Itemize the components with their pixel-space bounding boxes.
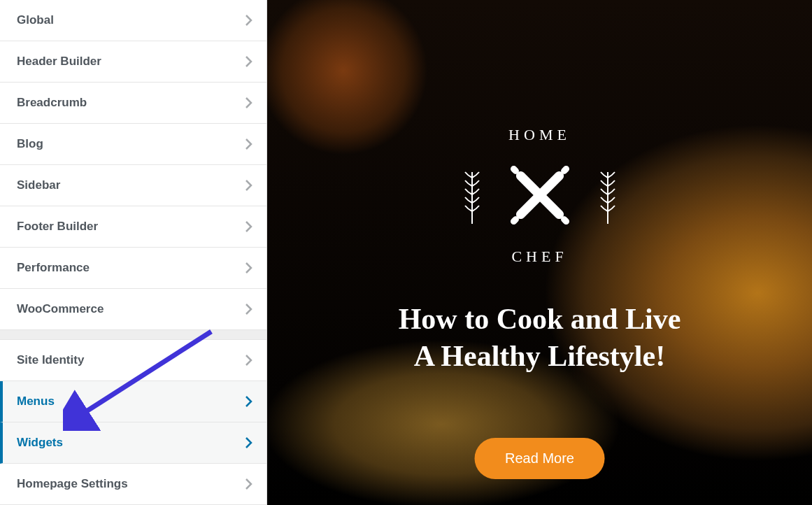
site-preview: HOME [267, 0, 812, 505]
chevron-right-icon [244, 394, 252, 408]
hero-line-2: A Healthy Lifestyle! [316, 338, 764, 375]
chevron-right-icon [244, 96, 252, 110]
read-more-button[interactable]: Read More [474, 438, 605, 479]
sidebar-item-label: Menus [17, 394, 55, 408]
sidebar-item-woocommerce[interactable]: WooCommerce [0, 289, 266, 330]
customizer-sidebar: Global Header Builder Breadcrumb Blog Si… [0, 0, 267, 505]
sidebar-item-label: Blog [17, 137, 43, 151]
sidebar-item-label: Sidebar [17, 178, 60, 192]
chevron-right-icon [244, 55, 252, 69]
chevron-right-icon [244, 302, 252, 316]
sidebar-item-label: Site Identity [17, 353, 84, 367]
sidebar-item-global[interactable]: Global [0, 0, 266, 41]
chevron-right-icon [244, 436, 252, 450]
sidebar-item-breadcrumb[interactable]: Breadcrumb [0, 83, 266, 124]
rolling-pins-icon [494, 150, 585, 241]
sidebar-item-label: Global [17, 13, 54, 27]
sidebar-group-2: Site Identity Menus Widgets Homepage Set… [0, 340, 266, 505]
sidebar-item-label: Header Builder [17, 55, 101, 69]
site-logo: HOME [470, 126, 610, 266]
sidebar-item-label: Widgets [17, 436, 63, 450]
sidebar-item-sidebar[interactable]: Sidebar [0, 165, 266, 206]
wheat-icon [462, 168, 483, 228]
chevron-right-icon [244, 261, 252, 275]
logo-text-top: HOME [470, 126, 610, 144]
sidebar-item-header-builder[interactable]: Header Builder [0, 41, 266, 83]
sidebar-item-performance[interactable]: Performance [0, 248, 266, 289]
sidebar-item-label: Homepage Settings [17, 477, 128, 491]
chevron-right-icon [244, 137, 252, 151]
sidebar-item-site-identity[interactable]: Site Identity [0, 340, 266, 381]
logo-text-bottom: CHEF [470, 248, 610, 266]
sidebar-item-label: Breadcrumb [17, 96, 87, 110]
chevron-right-icon [244, 13, 252, 27]
chevron-right-icon [244, 477, 252, 491]
wheat-icon [597, 168, 618, 228]
sidebar-item-label: Performance [17, 261, 90, 275]
hero-line-1: How to Cook and Live [316, 301, 764, 338]
hero-heading: How to Cook and Live A Healthy Lifestyle… [316, 301, 764, 374]
sidebar-item-widgets[interactable]: Widgets [0, 422, 266, 464]
sidebar-group-1: Global Header Builder Breadcrumb Blog Si… [0, 0, 266, 330]
chevron-right-icon [244, 178, 252, 192]
sidebar-item-label: WooCommerce [17, 302, 104, 316]
sidebar-item-blog[interactable]: Blog [0, 124, 266, 165]
sidebar-divider [0, 330, 266, 340]
sidebar-item-footer-builder[interactable]: Footer Builder [0, 206, 266, 248]
chevron-right-icon [244, 353, 252, 367]
chevron-right-icon [244, 220, 252, 234]
sidebar-item-menus[interactable]: Menus [0, 381, 266, 422]
sidebar-item-homepage-settings[interactable]: Homepage Settings [0, 464, 266, 505]
sidebar-item-label: Footer Builder [17, 220, 98, 234]
